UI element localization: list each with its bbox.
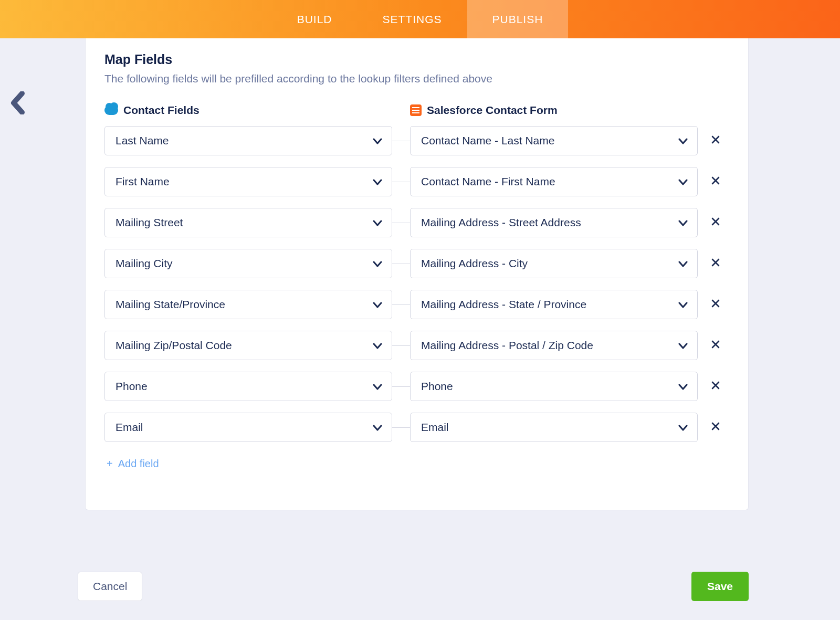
form-field-value: Contact Name - First Name: [421, 175, 555, 188]
form-field-value: Phone: [421, 380, 453, 393]
close-icon: [711, 381, 720, 392]
remove-row-button[interactable]: [705, 381, 726, 392]
contact-field-value: Email: [116, 421, 143, 434]
chevron-down-icon: [678, 216, 688, 229]
remove-row-button[interactable]: [705, 340, 726, 351]
chevron-down-icon: [678, 421, 688, 434]
plus-icon: +: [107, 458, 113, 470]
column-header-salesforce-form: Salesforce Contact Form: [410, 104, 558, 117]
form-field-value: Email: [421, 421, 449, 434]
section-title: Map Fields: [104, 52, 729, 67]
contact-field-select[interactable]: Last Name: [104, 126, 392, 155]
chevron-down-icon: [678, 257, 688, 270]
form-field-select[interactable]: Phone: [410, 372, 698, 401]
table-row: Last NameContact Name - Last Name: [104, 126, 729, 155]
chevron-down-icon: [373, 175, 382, 188]
remove-row-button[interactable]: [705, 176, 726, 187]
form-field-select[interactable]: Mailing Address - Postal / Zip Code: [410, 331, 698, 360]
mapping-connector: [392, 223, 410, 223]
chevron-down-icon: [373, 216, 382, 229]
cancel-button[interactable]: Cancel: [78, 572, 142, 601]
table-row: Mailing State/ProvinceMailing Address - …: [104, 290, 729, 319]
section-description: The following fields will be prefilled a…: [104, 72, 729, 85]
chevron-down-icon: [678, 380, 688, 393]
back-button[interactable]: [9, 91, 27, 114]
contact-field-select[interactable]: First Name: [104, 167, 392, 196]
contact-field-value: Last Name: [116, 134, 169, 147]
mapping-connector: [392, 386, 410, 387]
chevron-down-icon: [678, 134, 688, 147]
top-nav: BUILD SETTINGS PUBLISH: [0, 0, 840, 38]
form-field-value: Contact Name - Last Name: [421, 134, 554, 147]
mapping-rows: Last NameContact Name - Last NameFirst N…: [104, 126, 729, 442]
mapping-connector: [392, 182, 410, 182]
contact-field-value: First Name: [116, 175, 170, 188]
remove-row-button[interactable]: [705, 217, 726, 228]
map-fields-panel: Map Fields The following fields will be …: [85, 38, 749, 510]
tab-publish[interactable]: PUBLISH: [467, 0, 569, 38]
contact-field-select[interactable]: Mailing State/Province: [104, 290, 392, 319]
add-field-button[interactable]: + Add field: [104, 458, 159, 470]
tab-build[interactable]: BUILD: [272, 0, 358, 38]
chevron-down-icon: [678, 339, 688, 352]
form-field-value: Mailing Address - City: [421, 257, 528, 270]
contact-field-value: Mailing Zip/Postal Code: [116, 339, 232, 352]
table-row: EmailEmail: [104, 413, 729, 442]
close-icon: [711, 258, 720, 269]
form-field-select[interactable]: Contact Name - First Name: [410, 167, 698, 196]
remove-row-button[interactable]: [705, 299, 726, 310]
close-icon: [711, 217, 720, 228]
chevron-down-icon: [373, 380, 382, 393]
contact-field-value: Mailing Street: [116, 216, 183, 229]
chevron-down-icon: [678, 298, 688, 311]
form-field-select[interactable]: Email: [410, 413, 698, 442]
salesforce-cloud-icon: [104, 106, 118, 115]
form-field-select[interactable]: Mailing Address - State / Province: [410, 290, 698, 319]
mapping-connector: [392, 264, 410, 264]
chevron-left-icon: [9, 91, 27, 114]
chevron-down-icon: [373, 257, 382, 270]
form-field-value: Mailing Address - State / Province: [421, 298, 586, 311]
remove-row-button[interactable]: [705, 422, 726, 433]
remove-row-button[interactable]: [705, 135, 726, 146]
save-button[interactable]: Save: [691, 572, 749, 601]
close-icon: [711, 299, 720, 310]
close-icon: [711, 340, 720, 351]
contact-field-select[interactable]: Mailing Zip/Postal Code: [104, 331, 392, 360]
table-row: Mailing Zip/Postal CodeMailing Address -…: [104, 331, 729, 360]
table-row: First NameContact Name - First Name: [104, 167, 729, 196]
form-field-select[interactable]: Contact Name - Last Name: [410, 126, 698, 155]
column-header-contact-fields: Contact Fields: [104, 104, 410, 117]
close-icon: [711, 176, 720, 187]
form-field-select[interactable]: Mailing Address - City: [410, 249, 698, 278]
chevron-down-icon: [373, 298, 382, 311]
chevron-down-icon: [373, 134, 382, 147]
add-field-label: Add field: [118, 458, 159, 470]
tab-settings[interactable]: SETTINGS: [357, 0, 467, 38]
table-row: Mailing CityMailing Address - City: [104, 249, 729, 278]
chevron-down-icon: [373, 339, 382, 352]
mapping-connector: [392, 427, 410, 428]
contact-field-select[interactable]: Mailing Street: [104, 208, 392, 237]
contact-field-select[interactable]: Mailing City: [104, 249, 392, 278]
chevron-down-icon: [373, 421, 382, 434]
form-field-value: Mailing Address - Street Address: [421, 216, 581, 229]
nav-tabs: BUILD SETTINGS PUBLISH: [272, 0, 569, 38]
table-row: Mailing StreetMailing Address - Street A…: [104, 208, 729, 237]
form-field-select[interactable]: Mailing Address - Street Address: [410, 208, 698, 237]
mapping-connector: [392, 345, 410, 346]
remove-row-button[interactable]: [705, 258, 726, 269]
contact-field-select[interactable]: Email: [104, 413, 392, 442]
form-field-value: Mailing Address - Postal / Zip Code: [421, 339, 593, 352]
form-icon: [410, 104, 422, 116]
column-headers: Contact Fields Salesforce Contact Form: [104, 104, 729, 117]
contact-field-value: Mailing State/Province: [116, 298, 225, 311]
close-icon: [711, 135, 720, 146]
contact-field-value: Mailing City: [116, 257, 173, 270]
table-row: PhonePhone: [104, 372, 729, 401]
column-header-right-label: Salesforce Contact Form: [427, 104, 558, 117]
footer-actions: Cancel Save: [78, 572, 749, 601]
mapping-connector: [392, 304, 410, 305]
contact-field-select[interactable]: Phone: [104, 372, 392, 401]
contact-field-value: Phone: [116, 380, 148, 393]
